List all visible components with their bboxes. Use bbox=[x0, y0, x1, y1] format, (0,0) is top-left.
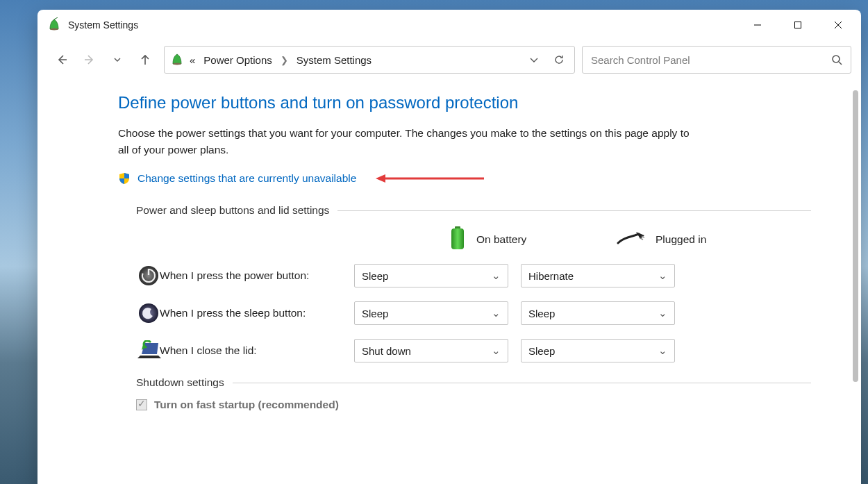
address-bar[interactable]: « Power Options ❯ System Settings bbox=[164, 46, 575, 74]
app-icon bbox=[47, 17, 61, 33]
on-battery-label: On battery bbox=[476, 233, 526, 246]
sleep-button-row-label: When I press the sleep button: bbox=[160, 307, 354, 319]
chevron-down-icon: ⌄ bbox=[492, 307, 501, 319]
chevron-down-icon: ⌄ bbox=[658, 307, 667, 319]
breadcrumb-prefix[interactable]: « bbox=[190, 54, 195, 66]
row-power-button: When I press the power button: Sleep ⌄ H… bbox=[118, 264, 811, 287]
battery-icon bbox=[450, 226, 465, 253]
svg-line-10 bbox=[839, 62, 842, 65]
power-button-icon bbox=[137, 265, 160, 287]
change-settings-link[interactable]: Change settings that are currently unava… bbox=[137, 172, 356, 185]
svg-rect-2 bbox=[795, 22, 801, 28]
annotation-arrow-icon bbox=[374, 174, 485, 183]
location-icon bbox=[170, 52, 184, 68]
close-lid-row-label: When I close the lid: bbox=[160, 344, 354, 357]
breadcrumb-item-1[interactable]: System Settings bbox=[297, 54, 372, 66]
recent-dropdown[interactable] bbox=[111, 53, 124, 66]
power-button-plugged-in-select[interactable]: Hibernate ⌄ bbox=[521, 264, 675, 287]
sleep-button-plugged-in-select[interactable]: Sleep ⌄ bbox=[521, 301, 675, 325]
sleep-button-on-battery-select[interactable]: Sleep ⌄ bbox=[354, 301, 508, 325]
section-shutdown-header: Shutdown settings bbox=[136, 376, 811, 389]
search-input[interactable] bbox=[591, 54, 831, 66]
plug-icon bbox=[617, 232, 644, 247]
close-lid-on-battery-select[interactable]: Shut down ⌄ bbox=[354, 339, 508, 362]
search-box[interactable] bbox=[582, 46, 851, 74]
power-button-on-battery-select[interactable]: Sleep ⌄ bbox=[354, 264, 508, 287]
chevron-right-icon: ❯ bbox=[281, 55, 288, 65]
window-controls bbox=[737, 11, 858, 39]
window-title: System Settings bbox=[68, 19, 138, 31]
page-title: Define power buttons and turn on passwor… bbox=[118, 93, 811, 112]
minimize-button[interactable] bbox=[737, 11, 778, 39]
maximize-button[interactable] bbox=[778, 11, 818, 39]
breadcrumb-item-0[interactable]: Power Options bbox=[203, 54, 272, 66]
window: System Settings « Power Opti bbox=[37, 10, 861, 484]
fast-startup-label: Turn on fast startup (recommended) bbox=[154, 399, 339, 411]
close-button[interactable] bbox=[818, 11, 858, 39]
svg-point-8 bbox=[173, 62, 181, 65]
search-icon[interactable] bbox=[831, 54, 842, 65]
fast-startup-checkbox-row: Turn on fast startup (recommended) bbox=[136, 399, 811, 411]
forward-button[interactable] bbox=[83, 53, 96, 66]
chevron-down-icon: ⌄ bbox=[492, 269, 501, 282]
address-dropdown-icon[interactable] bbox=[528, 54, 540, 65]
scrollbar[interactable] bbox=[853, 90, 858, 382]
plugged-in-label: Plugged in bbox=[656, 233, 706, 246]
titlebar: System Settings bbox=[37, 10, 861, 40]
sleep-button-icon bbox=[137, 302, 160, 324]
svg-line-15 bbox=[640, 238, 643, 240]
fast-startup-checkbox[interactable] bbox=[136, 399, 147, 410]
svg-point-0 bbox=[50, 28, 58, 30]
close-lid-plugged-in-select[interactable]: Sleep ⌄ bbox=[521, 339, 675, 362]
refresh-icon[interactable] bbox=[553, 54, 565, 65]
shield-icon bbox=[118, 172, 131, 185]
up-level-button[interactable] bbox=[139, 53, 151, 66]
page-subtitle: Choose the power settings that you want … bbox=[118, 125, 701, 158]
row-close-lid: When I close the lid: Shut down ⌄ Sleep … bbox=[118, 339, 811, 362]
chevron-down-icon: ⌄ bbox=[492, 344, 501, 357]
svg-rect-13 bbox=[451, 228, 464, 249]
chevron-down-icon: ⌄ bbox=[658, 344, 667, 357]
power-button-row-label: When I press the power button: bbox=[160, 269, 354, 282]
svg-point-9 bbox=[833, 56, 840, 62]
chevron-down-icon: ⌄ bbox=[658, 269, 667, 282]
section-power-sleep-lid-header: Power and sleep buttons and lid settings bbox=[136, 204, 811, 217]
back-button[interactable] bbox=[56, 53, 68, 66]
column-headers: On battery Plugged in bbox=[118, 226, 811, 253]
navigation-row: « Power Options ❯ System Settings bbox=[37, 40, 861, 83]
row-sleep-button: When I press the sleep button: Sleep ⌄ S… bbox=[118, 301, 811, 325]
